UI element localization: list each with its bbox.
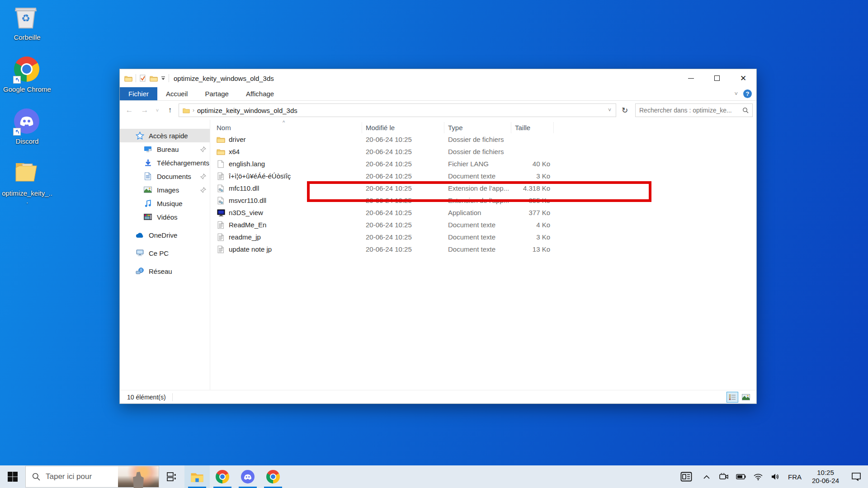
file-row-x64[interactable]: x6420-06-24 10:25Dossier de fichiers <box>213 145 756 158</box>
clock-date: 20-06-24 <box>807 477 844 485</box>
column-header-type[interactable]: Type <box>444 122 511 133</box>
search-box[interactable] <box>635 103 753 117</box>
address-bar[interactable]: › optimize_keity_windows_old_3ds ˅ <box>179 103 616 117</box>
sort-ascending-icon[interactable]: ^ <box>283 120 285 125</box>
file-row-msvcr110-dll[interactable]: msvcr110.dll20-06-24 10:25Extension de l… <box>213 194 756 206</box>
customize-chevron-icon[interactable] <box>161 76 165 80</box>
hidden-icons-chevron-icon[interactable] <box>699 465 714 488</box>
news-widget-icon[interactable] <box>675 465 697 488</box>
sidebar-item-bureau[interactable]: Bureau <box>120 142 210 156</box>
large-icons-view-button[interactable] <box>740 392 752 403</box>
ribbon-right: ˅ ? <box>734 87 756 100</box>
details-view-button[interactable] <box>726 392 738 403</box>
sidebar-item-acc-s-rapide[interactable]: Accès rapide <box>120 129 210 142</box>
file-modified: 20-06-24 10:25 <box>362 172 444 180</box>
sidebar-item-label: Réseau <box>149 267 172 275</box>
desktop-icon-corbeille[interactable]: ♻Corbeille <box>2 5 52 41</box>
back-button[interactable]: ← <box>123 103 136 117</box>
taskbar-app-file-explorer-0[interactable] <box>184 465 210 488</box>
breadcrumb-chevron-icon: › <box>193 107 194 113</box>
taskbar-app-chrome-1[interactable] <box>210 465 235 488</box>
tab-fichier[interactable]: Fichier <box>120 87 157 100</box>
status-bar: 10 élément(s) <box>120 390 756 404</box>
column-header-mod[interactable]: Modifié le <box>362 122 444 133</box>
address-dropdown-chevron-icon[interactable]: ˅ <box>605 107 614 113</box>
sidebar-item-musique[interactable]: Musique <box>120 197 210 210</box>
taskbar-app-chrome-3[interactable] <box>260 465 286 488</box>
action-center-icon[interactable] <box>846 465 866 488</box>
file-name: n3DS_view <box>229 209 263 216</box>
file-row-mfc110-dll[interactable]: mfc110.dll20-06-24 10:25Extension de l’a… <box>213 182 756 194</box>
minimize-button[interactable] <box>678 69 704 87</box>
column-header-name[interactable]: Nom <box>213 122 362 133</box>
sidebar-item-vid-os[interactable]: Vidéos <box>120 210 210 224</box>
search-input[interactable] <box>639 107 742 114</box>
column-headers: ^ NomModifié leTypeTaille <box>210 120 756 133</box>
sidebar-item-onedrive[interactable]: OneDrive <box>120 228 210 242</box>
file-modified: 20-06-24 10:25 <box>362 184 444 192</box>
check-properties-icon[interactable] <box>139 75 146 82</box>
clock[interactable]: 10:25 20-06-24 <box>807 469 844 485</box>
taskbar-search-input[interactable] <box>46 472 104 481</box>
file-type: Fichier LANG <box>444 160 511 168</box>
desktop-icon-label: Corbeille <box>2 33 52 41</box>
file-modified: 20-06-24 10:25 <box>362 245 444 253</box>
chrome-icon <box>14 56 40 83</box>
start-button[interactable] <box>0 465 25 488</box>
search-icon <box>742 107 749 113</box>
battery-icon[interactable] <box>733 465 749 488</box>
title-bar: optimize_keity_windows_old_3ds ✕ <box>120 69 756 87</box>
desktop-icon-google-chrome[interactable]: Google Chrome <box>2 56 52 93</box>
pin-icon <box>200 146 206 152</box>
tab-partage[interactable]: Partage <box>196 87 237 100</box>
expand-ribbon-chevron-icon[interactable]: ˅ <box>734 90 738 97</box>
column-header-size[interactable]: Taille <box>511 122 554 133</box>
file-row-english-lang[interactable]: english.lang20-06-24 10:25Fichier LANG40… <box>213 158 756 170</box>
video-icon <box>143 212 152 221</box>
file-modified: 20-06-24 10:25 <box>362 160 444 168</box>
up-button[interactable]: ↑ <box>163 103 177 117</box>
file-row-readme-jp[interactable]: readme_jp20-06-24 10:25Document texte3 K… <box>213 231 756 243</box>
task-view-button[interactable] <box>159 465 184 488</box>
help-icon[interactable]: ? <box>743 89 752 98</box>
refresh-button[interactable]: ↻ <box>618 103 632 117</box>
desktop-icon-discord[interactable]: Discord <box>2 108 52 145</box>
file-size: 40 Ko <box>511 160 554 168</box>
taskbar-app-discord-2[interactable] <box>235 465 260 488</box>
file-size: 377 Ko <box>511 209 554 216</box>
tab-affichage[interactable]: Affichage <box>237 87 283 100</box>
close-button[interactable]: ✕ <box>730 69 756 87</box>
sidebar-item-images[interactable]: Images <box>120 183 210 197</box>
file-row-driver[interactable]: driver20-06-24 10:25Dossier de fichiers <box>213 133 756 145</box>
breadcrumb[interactable]: optimize_keity_windows_old_3ds <box>197 107 297 114</box>
forward-button[interactable]: → <box>138 103 151 117</box>
maximize-button[interactable] <box>704 69 730 87</box>
file-row--s-[interactable]: î+ì¦ö+û¥éÁé-éÚòsïîç20-06-24 10:25Documen… <box>213 170 756 182</box>
wifi-icon[interactable] <box>750 465 766 488</box>
desktop-icon-optimize-keity-[interactable]: optimize_keity_... <box>2 160 52 205</box>
sidebar-item-r-seau[interactable]: Réseau <box>120 264 210 278</box>
folder-icon <box>217 147 225 156</box>
file-row-update-note-jp[interactable]: update note jp20-06-24 10:25Document tex… <box>213 243 756 255</box>
file-name-cell: msvcr110.dll <box>213 196 362 205</box>
file-row-n3ds-view[interactable]: n3DS_view20-06-24 10:25Application377 Ko <box>213 206 756 219</box>
taskbar-search-box[interactable] <box>25 466 159 488</box>
new-folder-icon[interactable] <box>150 75 158 82</box>
file-modified: 20-06-24 10:25 <box>362 233 444 241</box>
file-pane: ^ NomModifié leTypeTaille driver20-06-24… <box>210 120 756 390</box>
sidebar-item-documents[interactable]: Documents <box>120 169 210 183</box>
meet-now-icon[interactable] <box>716 465 731 488</box>
search-highlight-image[interactable] <box>118 466 159 487</box>
language-indicator[interactable]: FRA <box>785 473 805 481</box>
tab-accueil[interactable]: Accueil <box>157 87 196 100</box>
volume-icon[interactable] <box>768 465 783 488</box>
file-type: Document texte <box>444 221 511 229</box>
file-row-readme-en[interactable]: ReadMe_En20-06-24 10:25Document texte4 K… <box>213 219 756 231</box>
file-type: Extension de l’app... <box>444 184 511 192</box>
recent-locations-chevron-icon[interactable]: ˅ <box>153 103 161 117</box>
sidebar-item-ce-pc[interactable]: Ce PC <box>120 246 210 260</box>
divider <box>169 74 169 82</box>
sidebar-item-t-l-chargements[interactable]: Téléchargements <box>120 156 210 169</box>
file-name: driver <box>229 136 246 143</box>
file-name-cell: n3DS_view <box>213 208 362 217</box>
